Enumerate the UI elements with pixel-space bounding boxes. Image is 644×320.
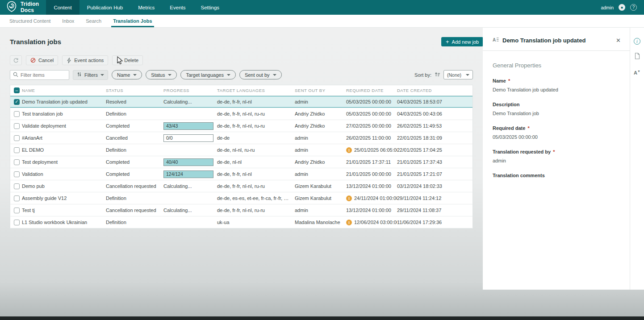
cancel-button[interactable]: Cancel — [26, 55, 58, 65]
row-checkbox[interactable] — [14, 195, 20, 201]
chevron-down-icon — [227, 74, 230, 76]
event-actions-button[interactable]: Event actions — [62, 55, 108, 65]
top-menu-item-events[interactable]: Events — [162, 0, 193, 15]
mouse-cursor-icon — [117, 56, 123, 66]
row-checkbox[interactable] — [14, 147, 20, 153]
sort-by-label: Sort by: — [414, 72, 431, 78]
required-date-text: 27/02/2025 00:00:00 — [346, 123, 391, 129]
required-asterisk: * — [526, 125, 529, 131]
subnav-item-inbox[interactable]: Inbox — [56, 15, 80, 27]
translation-tab-button[interactable]: A▼ — [633, 68, 641, 76]
sort-select[interactable]: (None) — [443, 70, 473, 79]
properties-panel: A Demo Translation job updated ✕ General… — [483, 28, 630, 290]
row-checkbox[interactable]: ✓ — [14, 99, 20, 105]
user-avatar-icon[interactable]: ● — [619, 4, 625, 11]
sort-ascending-icon[interactable] — [435, 71, 440, 79]
subnav-item-search[interactable]: Search — [80, 15, 107, 27]
table-row[interactable]: ✓Demo Translation job updatedResolvedCal… — [10, 96, 473, 108]
row-checkbox[interactable] — [14, 183, 20, 189]
translation-icon: A▼ — [634, 70, 640, 75]
progress-calculating-label: Calculating... — [163, 183, 192, 189]
required-date-text: 13/12/2024 01:00:00 — [346, 208, 391, 213]
filter-bar: Filters NameStatusTarget languagesSent o… — [10, 70, 473, 80]
cell-progress: 0/0 — [163, 134, 217, 142]
add-new-job-button[interactable]: + Add new job — [441, 37, 483, 46]
progress-bar-label: 40/40 — [164, 159, 178, 165]
table-row[interactable]: #ArianArtCancelled0/0de-deadmin26/02/202… — [10, 132, 473, 144]
cell-name: Test tj — [22, 208, 106, 213]
cell-required-date: 21/01/2025 17:37:11 — [346, 159, 397, 165]
table-row[interactable]: Validate deploymentCompleted43/43de-de, … — [10, 120, 473, 132]
required-date-text: 21/01/2025 17:37:11 — [346, 159, 391, 165]
table-row[interactable]: Test tjCancellation requestedCalculating… — [10, 204, 473, 216]
subnav-item-structured-content[interactable]: Structured Content — [4, 15, 56, 27]
required-date-text: 05/03/2025 00:00:00 — [346, 99, 391, 104]
required-date-text: 24/11/2024 01:00:00 — [354, 195, 397, 201]
close-panel-button[interactable]: ✕ — [613, 36, 623, 45]
row-checkbox[interactable] — [14, 135, 20, 141]
side-rail: i A▼ — [630, 28, 644, 290]
column-header-sent-out-by: SENT OUT BY — [295, 88, 346, 93]
sort-group: Sort by: (None) — [414, 70, 473, 79]
refresh-button[interactable] — [10, 55, 22, 65]
document-tab-button[interactable] — [633, 53, 641, 61]
cell-sent-out-by: admin — [295, 171, 346, 177]
cell-sent-out-by: admin — [295, 99, 346, 104]
top-menu-item-settings[interactable]: Settings — [193, 0, 227, 15]
cell-status: Definition — [106, 195, 163, 201]
cell-sent-out-by: Gizem Karabulut — [295, 195, 346, 201]
help-icon[interactable]: ? — [630, 4, 637, 11]
filters-button[interactable]: Filters — [73, 70, 108, 80]
top-menu-item-metrics[interactable]: Metrics — [130, 0, 162, 15]
info-icon: i — [634, 38, 640, 45]
filter-pill-label: Name — [117, 72, 130, 78]
row-checkbox[interactable] — [14, 220, 20, 225]
row-checkbox[interactable] — [14, 123, 20, 129]
field-label: Translation comments — [493, 173, 620, 178]
top-menu-item-content[interactable]: Content — [46, 0, 79, 15]
cell-date-created: 21/01/2025 17:37:43 — [397, 159, 473, 165]
filter-pill-status[interactable]: Status — [146, 70, 177, 79]
filter-pill-name[interactable]: Name — [112, 70, 142, 79]
table-row[interactable]: L1 Studio workbook UkrainianDefinitionuk… — [10, 216, 473, 229]
table-row[interactable]: EL DEMODefinitionde-de, nl-nl, ru-ruadmi… — [10, 144, 473, 156]
filter-pill-label: Sent out by — [245, 72, 270, 78]
info-tab-button[interactable]: i — [633, 37, 641, 45]
table-row[interactable]: Demo pubCancellation requestedCalculatin… — [10, 180, 473, 192]
panel-header: A Demo Translation job updated ✕ — [483, 28, 630, 50]
filter-pill-label: Target languages — [186, 72, 223, 78]
panel-field-required-date: Required date *05/03/2025 00:00:00 — [493, 125, 620, 140]
progress-bar: 43/43 — [163, 122, 213, 130]
row-checkbox[interactable] — [14, 111, 20, 117]
row-checkbox[interactable] — [14, 171, 20, 177]
progress-calculating-label: Calculating... — [163, 208, 192, 213]
brand-logo[interactable]: Tridion Docs — [0, 0, 46, 15]
cell-required-date: 13/12/2024 01:00:00 — [346, 183, 397, 189]
field-value: Demo Translation job — [493, 111, 620, 116]
subnav-item-translation-jobs[interactable]: Translation Jobs — [107, 15, 158, 27]
panel-fields: Name *Demo Translation job updatedDescri… — [493, 78, 620, 178]
cancel-icon — [30, 58, 36, 63]
filter-pill-sent-out-by[interactable]: Sent out by — [239, 70, 282, 79]
panel-body: General Properties Name *Demo Translatio… — [483, 62, 630, 178]
row-checkbox[interactable] — [14, 159, 20, 165]
table-row[interactable]: ValidationCompleted124/124de-de, fr-fr, … — [10, 168, 473, 180]
panel-field-description: DescriptionDemo Translation job — [493, 102, 620, 116]
cell-name: EL DEMO — [22, 147, 106, 153]
column-header-date-created: DATE CREATED — [397, 88, 473, 93]
required-date-text: 21/01/2025 00:00:00 — [346, 171, 391, 177]
table-row[interactable]: Test translation jobDefinitionde-de, fr-… — [10, 108, 473, 120]
table-row[interactable]: Assembly guide V12Definitionde-de, es-es… — [10, 192, 473, 204]
filter-items-input[interactable] — [21, 72, 66, 78]
table-row[interactable]: Test deploymentCompleted40/40de-de, nl-n… — [10, 156, 473, 168]
top-menu-item-publication-hub[interactable]: Publication Hub — [79, 0, 131, 15]
cell-target-languages: de-de — [217, 135, 295, 141]
cell-progress: Calculating... — [163, 99, 217, 104]
select-all-checkbox[interactable]: – — [14, 87, 20, 93]
table-header-row: – NAME STATUS PROGRESS TARGET LANGUAGES … — [10, 85, 473, 96]
cell-progress: Calculating... — [163, 208, 217, 213]
row-checkbox[interactable] — [14, 208, 20, 213]
required-date-text: 25/01/2025 06:05:00 — [354, 147, 397, 153]
panel-field-translation-requested-by: Translation requested by *admin — [493, 149, 620, 163]
filter-pill-target-languages[interactable]: Target languages — [180, 70, 235, 79]
